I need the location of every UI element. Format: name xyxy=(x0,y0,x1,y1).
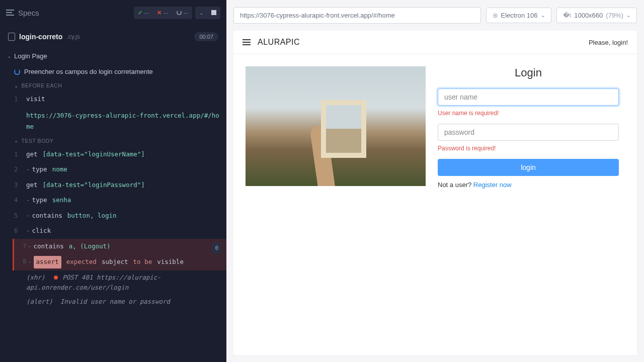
url-bar[interactable]: https://3076-cypress-alurapic-front.verc… xyxy=(233,7,481,24)
failed-count[interactable]: ✕-- xyxy=(153,7,172,19)
running-spinner-icon xyxy=(14,69,20,75)
hamburger-icon[interactable] xyxy=(243,38,251,47)
specs-nav[interactable]: Specs xyxy=(6,9,39,17)
browser-icon: ⊛ xyxy=(493,12,498,19)
chevron-down-icon: ⌄ xyxy=(199,10,203,16)
password-error: Password is required! xyxy=(438,145,619,152)
stop-button[interactable] xyxy=(207,7,220,18)
error-dot-icon xyxy=(54,276,58,280)
login-button[interactable]: login xyxy=(438,159,619,176)
chevron-down-icon: ⌄ xyxy=(541,13,545,18)
passed-count[interactable]: ✓-- xyxy=(134,7,153,19)
command-row-failing[interactable]: 7 -containsa, (Logout) 0 xyxy=(13,239,226,254)
aut-panel: https://3076-cypress-alurapic-front.verc… xyxy=(226,0,644,362)
test-body-header[interactable]: ⌄ TEST BODY xyxy=(0,135,226,147)
hero-image xyxy=(246,66,426,186)
before-each-header[interactable]: ⌄ BEFORE EACH xyxy=(0,79,226,92)
command-row-assert[interactable]: 8 - assert expected subject to be visibl… xyxy=(13,254,226,270)
command-row[interactable]: 3 get[data-test="loginPassword"] xyxy=(0,177,226,193)
assert-badge: assert xyxy=(34,256,61,268)
username-error: User name is required! xyxy=(438,110,619,117)
register-line: Not a user? Register now xyxy=(438,181,619,189)
chevron-down-icon: ⌄ xyxy=(14,138,19,143)
xhr-log[interactable]: (xhr) POST 401 https://alurapic-api.onre… xyxy=(0,270,226,295)
username-input[interactable] xyxy=(438,88,619,106)
command-row[interactable]: 1 get[data-test="loginUserName"] xyxy=(0,147,226,162)
x-icon: ✕ xyxy=(157,10,162,16)
aut-iframe: ALURAPIC Please, login! Login User name … xyxy=(233,31,637,355)
command-row[interactable]: 2 -typenome xyxy=(0,162,226,177)
file-icon xyxy=(8,33,15,41)
login-form: Login User name is required! Password is… xyxy=(438,66,619,189)
login-heading: Login xyxy=(438,66,619,79)
spec-name: login-correto xyxy=(19,33,62,41)
pending-count[interactable]: -- xyxy=(173,7,192,19)
alert-log[interactable]: (alert) Invalid user name or password xyxy=(0,295,226,309)
command-row[interactable]: 1 visithttps://3076-cypress-alurapic-fro… xyxy=(0,92,226,135)
register-link[interactable]: Register now xyxy=(473,181,512,189)
command-row[interactable]: 4 -typesenha xyxy=(0,193,226,208)
viewport-selector[interactable]: �ì 1000x660 (79%) ⌄ xyxy=(556,8,637,23)
elapsed-time: 00:07 xyxy=(194,32,218,41)
check-icon: ✓ xyxy=(138,10,142,16)
aut-header: https://3076-cypress-alurapic-front.verc… xyxy=(226,0,644,31)
run-controls: ✓-- ✕-- -- ⌄ xyxy=(134,7,220,19)
describe-title: Login Page xyxy=(14,52,47,60)
reporter-panel: Specs ✓-- ✕-- -- ⌄ login-correto .cy.js xyxy=(0,0,226,362)
spec-ext: .cy.js xyxy=(66,33,79,40)
test-title: Preencher os campos do login corretament… xyxy=(24,68,153,75)
command-row[interactable]: 6 -click xyxy=(0,223,226,239)
please-login-link[interactable]: Please, login! xyxy=(589,39,628,46)
brand-title: ALURAPIC xyxy=(258,38,300,47)
top-bar: Specs ✓-- ✕-- -- ⌄ xyxy=(0,0,226,25)
chevron-down-icon: ⌄ xyxy=(7,53,11,59)
browser-selector[interactable]: ⊛ Electron 106 ⌄ xyxy=(486,8,551,23)
retry-count-badge: 0 xyxy=(212,243,221,254)
app-navbar: ALURAPIC Please, login! xyxy=(233,31,637,54)
spec-title-row: login-correto .cy.js 00:07 xyxy=(0,25,226,48)
stop-icon xyxy=(211,10,216,15)
test-block[interactable]: Preencher os campos do login corretament… xyxy=(0,64,226,79)
chevron-down-icon: ⌄ xyxy=(14,83,19,88)
viewport-icon: �ì xyxy=(563,12,572,19)
password-input[interactable] xyxy=(438,124,619,141)
command-row[interactable]: 5 -containsbutton, login xyxy=(0,208,226,224)
options-dropdown[interactable]: ⌄ xyxy=(195,7,207,19)
describe-block[interactable]: ⌄ Login Page xyxy=(0,48,226,64)
chevron-down-icon: ⌄ xyxy=(626,13,630,18)
spinner-icon xyxy=(177,10,182,15)
menu-icon xyxy=(6,10,14,16)
specs-label: Specs xyxy=(18,9,39,17)
